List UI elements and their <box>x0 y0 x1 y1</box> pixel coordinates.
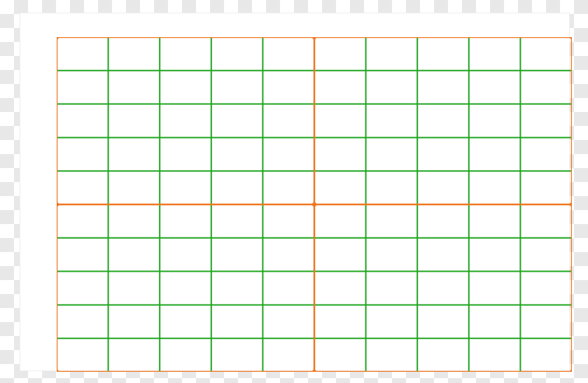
major-grid-node <box>570 202 572 207</box>
grid-svg <box>57 37 572 372</box>
major-grid-node <box>57 370 59 372</box>
canvas-card <box>20 13 570 371</box>
major-grid-node <box>57 37 59 39</box>
major-grid-node <box>570 370 572 372</box>
major-grid-node <box>312 202 316 207</box>
major-grid-node <box>312 37 316 39</box>
major-grid-node <box>312 370 316 372</box>
grid-plot <box>57 37 572 372</box>
major-grid-node <box>57 202 59 207</box>
major-grid-node <box>570 37 572 39</box>
